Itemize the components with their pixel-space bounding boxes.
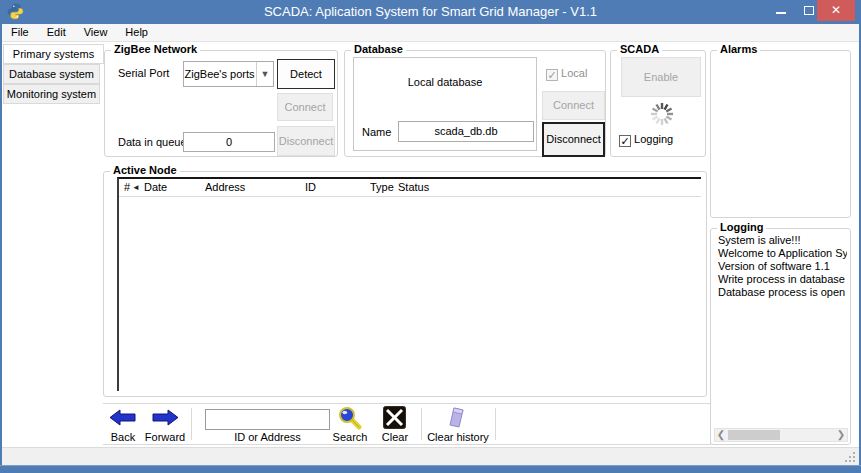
active-node-table-header: # ◄ Date Address ID Type Status	[119, 179, 701, 197]
id-or-address-label: ID or Address	[205, 431, 330, 443]
column-header-address[interactable]: Address	[205, 181, 245, 193]
column-header-date[interactable]: Date	[144, 181, 167, 193]
log-line: Write process in database is Act	[718, 273, 847, 286]
sidebar-tab-database-system[interactable]: Database system	[3, 64, 100, 84]
zigbee-disconnect-button: Disconnect	[277, 126, 335, 156]
search-icon[interactable]	[338, 406, 362, 430]
db-connect-button: Connect	[542, 91, 605, 120]
menu-file[interactable]: File	[2, 24, 38, 41]
column-header-type[interactable]: Type	[370, 181, 394, 193]
local-checkbox: ✓ Local	[546, 67, 587, 81]
log-line: Version of software 1.1	[718, 260, 847, 273]
scrollbar-thumb[interactable]	[728, 430, 780, 440]
sort-arrow-icon[interactable]: ◄	[132, 183, 140, 192]
navigation-toolbar: Back Forward ID or Address Search Clear	[103, 403, 711, 445]
column-header-status[interactable]: Status	[398, 181, 429, 193]
logging-group: Logging System is alive!!! Welcome to Ap…	[710, 228, 851, 445]
db-disconnect-button[interactable]: Disconnect	[542, 122, 605, 157]
clear-icon[interactable]	[383, 406, 406, 429]
toolbar-separator	[495, 408, 496, 440]
app-window: SCADA: Aplication System for Smart Grid …	[0, 0, 861, 473]
scroll-right-icon[interactable]: ❯	[835, 429, 847, 441]
clear-button-label[interactable]: Clear	[377, 431, 413, 443]
enable-button: Enable	[621, 57, 701, 97]
statusbar	[2, 447, 859, 465]
menu-edit[interactable]: Edit	[38, 24, 75, 41]
column-header-number[interactable]: #	[124, 181, 130, 193]
window-title: SCADA: Aplication System for Smart Grid …	[0, 0, 861, 24]
log-line: Welcome to Application System	[718, 247, 847, 260]
zigbee-network-group: ZigBee Network Serial Port ZigBee's port…	[104, 50, 338, 157]
spinner-icon	[649, 101, 675, 127]
clear-history-button-label[interactable]: Clear history	[423, 431, 493, 443]
local-checkbox-label: Local	[561, 67, 587, 79]
minimize-button[interactable]	[768, 0, 794, 21]
back-button-label[interactable]: Back	[105, 431, 141, 443]
serial-port-combobox[interactable]: ZigBee's ports ▼	[183, 61, 274, 87]
active-node-table[interactable]: # ◄ Date Address ID Type Status	[117, 177, 701, 391]
titlebar: SCADA: Aplication System for Smart Grid …	[0, 0, 861, 24]
active-node-group-title: Active Node	[110, 164, 180, 176]
sidebar-tab-primary-systems[interactable]: Primary systems	[3, 44, 104, 64]
toolbar-separator	[421, 408, 422, 440]
close-button[interactable]: ✕	[817, 0, 855, 21]
maximize-icon	[804, 6, 814, 15]
zigbee-connect-button: Connect	[277, 93, 333, 121]
menu-view[interactable]: View	[75, 24, 117, 41]
detect-button[interactable]: Detect	[277, 59, 335, 89]
menu-help[interactable]: Help	[116, 24, 157, 41]
database-group: Database Local database Name scada_db.db…	[344, 50, 606, 157]
clear-history-eraser-icon[interactable]	[446, 406, 468, 430]
back-arrow-icon[interactable]	[109, 409, 137, 426]
minimize-icon	[776, 12, 786, 14]
alarms-group: Alarms	[710, 50, 851, 218]
data-in-queue-label: Data in queue	[118, 136, 187, 148]
database-group-title: Database	[351, 43, 406, 55]
scroll-left-icon[interactable]: ❮	[715, 429, 727, 441]
logging-checkbox-label: Logging	[634, 133, 673, 145]
forward-button-label[interactable]: Forward	[143, 431, 187, 443]
id-or-address-input[interactable]	[205, 409, 330, 430]
scada-group-title: SCADA	[617, 43, 662, 55]
serial-port-label: Serial Port	[118, 67, 169, 79]
search-button-label[interactable]: Search	[329, 431, 371, 443]
data-in-queue-field[interactable]: 0	[183, 132, 275, 152]
checkmark-icon: ✓	[546, 69, 558, 81]
alarms-group-title: Alarms	[717, 43, 760, 55]
sidebar-tab-monitoring-system[interactable]: Monitoring system	[3, 84, 100, 104]
chevron-down-icon[interactable]: ▼	[256, 62, 273, 86]
local-database-panel: Local database Name scada_db.db	[353, 57, 537, 151]
logging-group-title: Logging	[717, 221, 766, 233]
db-name-label: Name	[362, 126, 391, 138]
checkmark-icon: ✓	[619, 135, 631, 147]
logging-horizontal-scrollbar[interactable]: ❮ ❯	[714, 428, 848, 442]
forward-arrow-icon[interactable]	[151, 409, 179, 426]
active-node-group: Active Node # ◄ Date Address ID Type Sta…	[103, 171, 707, 397]
zigbee-group-title: ZigBee Network	[111, 43, 200, 55]
menubar: FileEditViewHelp	[2, 24, 859, 42]
logging-output[interactable]: System is alive!!! Welcome to Applicatio…	[718, 234, 847, 422]
db-name-field[interactable]: scada_db.db	[398, 121, 534, 142]
log-line: Database process is open	[718, 286, 847, 299]
log-line: System is alive!!!	[718, 234, 847, 247]
serial-port-value: ZigBee's ports	[184, 62, 255, 86]
local-database-label: Local database	[354, 76, 536, 88]
toolbar-separator	[191, 408, 192, 440]
client-area: Primary systems Database system Monitori…	[2, 42, 859, 447]
resize-grip-icon[interactable]	[845, 452, 856, 463]
column-header-id[interactable]: ID	[305, 181, 316, 193]
window-border-bottom	[0, 465, 861, 473]
scada-group: SCADA Enable ✓ Logging	[610, 50, 706, 157]
logging-checkbox[interactable]: ✓ Logging	[619, 133, 673, 147]
